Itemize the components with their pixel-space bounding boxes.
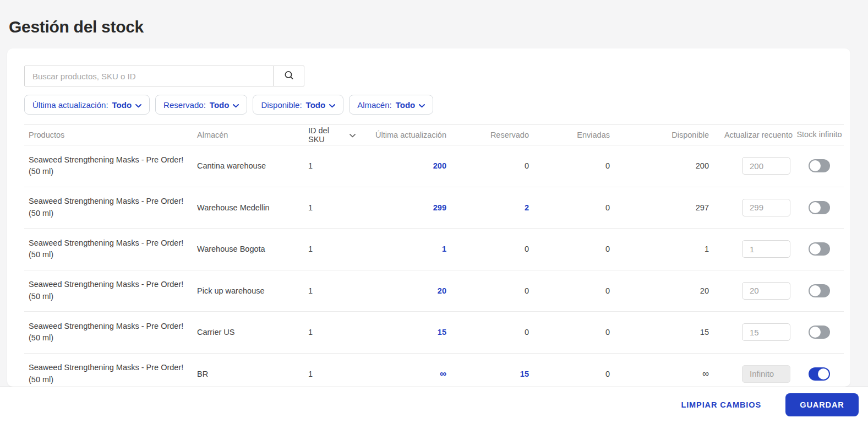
col-header-productos: Productos [24, 131, 197, 139]
search-input[interactable] [24, 66, 274, 86]
toggle-knob [818, 368, 829, 379]
reserved-value: 0 [449, 328, 531, 337]
col-header-disponible: Disponible [612, 131, 711, 139]
filter-value: Todo [210, 100, 230, 110]
infinite-stock-toggle[interactable] [809, 159, 830, 172]
col-header-enviadas: Enviadas [531, 131, 612, 139]
save-button[interactable]: GUARDAR [785, 393, 859, 416]
infinite-stock-toggle[interactable] [809, 367, 830, 381]
sort-chevron-down-icon [350, 131, 356, 139]
reserved-value: 0 [449, 245, 531, 253]
search-bar [24, 66, 844, 86]
last-update-link[interactable]: 200 [433, 161, 446, 170]
toggle-knob [810, 160, 821, 171]
col-header-ultima-actualizacion: Última actualización [356, 131, 449, 139]
sku-value: 1 [306, 370, 356, 378]
available-value: 20 [612, 286, 711, 295]
reserved-link[interactable]: 2 [525, 203, 529, 212]
last-update-link[interactable]: 1 [442, 245, 446, 253]
chevron-down-icon [329, 100, 335, 110]
filter-value: Todo [112, 100, 132, 110]
warehouse-name: Warehouse Bogota [197, 245, 306, 253]
sku-value: 1 [306, 286, 356, 295]
toggle-knob [810, 243, 821, 254]
count-input[interactable] [742, 157, 790, 175]
last-update-link[interactable]: ∞ [440, 368, 446, 379]
infinite-stock-toggle[interactable] [809, 326, 830, 339]
search-button[interactable] [273, 66, 304, 86]
col-header-id-del-sku[interactable]: ID del SKU [306, 126, 356, 144]
shipped-value: 0 [531, 203, 612, 212]
count-input[interactable] [742, 199, 790, 216]
count-input[interactable] [742, 323, 790, 341]
filter-disponible[interactable]: Disponible: Todo [253, 95, 343, 115]
product-name: Seaweed Strengthening Masks - Pre Order!… [29, 362, 195, 386]
table-header: Productos Almacén ID del SKU Última actu… [24, 124, 844, 145]
col-header-label: ID del SKU [308, 126, 345, 144]
shipped-value: 0 [531, 161, 612, 170]
count-input[interactable] [742, 365, 790, 383]
table-row: Seaweed Strengthening Masks - Pre Order!… [24, 270, 844, 312]
product-name: Seaweed Strengthening Masks - Pre Order!… [29, 321, 195, 345]
sku-value: 1 [306, 203, 356, 212]
count-input[interactable] [742, 240, 790, 258]
reserved-value: 0 [449, 161, 531, 170]
sku-value: 1 [306, 328, 356, 337]
col-header-stock-infinito: Stock infinito [795, 130, 844, 139]
available-value: 1 [612, 245, 711, 253]
product-name: Seaweed Strengthening Masks - Pre Order!… [29, 279, 195, 303]
filter-label: Disponible: [261, 100, 302, 110]
shipped-value: 0 [531, 328, 612, 337]
stock-card: Última actualización: Todo Reservado: To… [7, 48, 850, 387]
available-value: 297 [612, 203, 711, 212]
table-row: Seaweed Strengthening Masks - Pre Order!… [24, 354, 844, 387]
filter-ultima-actualizacion[interactable]: Última actualización: Todo [24, 95, 150, 115]
toggle-knob [810, 327, 821, 338]
infinite-stock-toggle[interactable] [809, 201, 830, 214]
col-header-reservado: Reservado [449, 131, 531, 139]
sku-value: 1 [306, 245, 356, 253]
last-update-link[interactable]: 15 [438, 328, 446, 337]
count-input[interactable] [742, 282, 790, 300]
chevron-down-icon [419, 100, 425, 110]
infinite-stock-toggle[interactable] [809, 242, 830, 256]
table-row: Seaweed Strengthening Masks - Pre Order!… [24, 187, 844, 229]
chevron-down-icon [135, 100, 141, 110]
last-update-link[interactable]: 299 [433, 203, 446, 212]
table-row: Seaweed Strengthening Masks - Pre Order!… [24, 145, 844, 187]
product-name: Seaweed Strengthening Masks - Pre Order!… [29, 237, 195, 262]
page-title: Gestión del stock [9, 18, 144, 36]
product-name: Seaweed Strengthening Masks - Pre Order!… [29, 196, 195, 220]
available-value: ∞ [612, 368, 711, 379]
last-update-link[interactable]: 20 [438, 286, 446, 295]
toggle-knob [810, 202, 821, 213]
shipped-value: 0 [531, 370, 612, 378]
available-value: 200 [612, 161, 711, 170]
warehouse-name: BR [197, 370, 306, 378]
filter-value: Todo [396, 100, 416, 110]
reserved-value: 0 [449, 286, 531, 295]
filter-label: Reservado: [163, 100, 206, 110]
warehouse-name: Carrier US [197, 328, 306, 337]
warehouse-name: Pick up warehouse [197, 286, 306, 295]
filter-value: Todo [306, 100, 326, 110]
chevron-down-icon [233, 100, 239, 110]
warehouse-name: Cantina warehouse [197, 161, 306, 170]
filter-label: Última actualización: [32, 100, 108, 110]
toggle-knob [810, 285, 821, 296]
filter-bar: Última actualización: Todo Reservado: To… [24, 95, 844, 115]
available-value: 15 [612, 328, 711, 337]
reserved-link[interactable]: 15 [520, 370, 529, 378]
infinite-stock-toggle[interactable] [809, 284, 830, 297]
clear-changes-button[interactable]: LIMPIAR CAMBIOS [678, 400, 765, 410]
search-icon [283, 70, 294, 83]
table-row: Seaweed Strengthening Masks - Pre Order!… [24, 312, 844, 354]
sku-value: 1 [306, 161, 356, 170]
filter-label: Almacén: [357, 100, 392, 110]
col-header-actualizar-recuento: Actualizar recuento [711, 131, 795, 139]
warehouse-name: Warehouse Medellin [197, 203, 306, 212]
filter-almacen[interactable]: Almacén: Todo [349, 95, 433, 115]
filter-reservado[interactable]: Reservado: Todo [155, 95, 247, 115]
stock-table: Productos Almacén ID del SKU Última actu… [24, 124, 844, 387]
shipped-value: 0 [531, 286, 612, 295]
